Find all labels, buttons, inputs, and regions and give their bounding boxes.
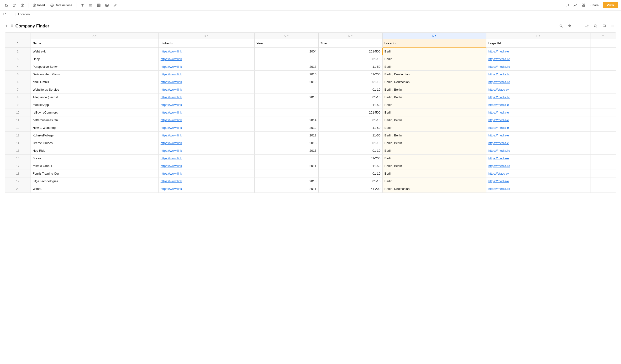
header-name[interactable]: Name <box>31 39 158 48</box>
linkedin-cell[interactable]: https://www.link <box>158 147 254 155</box>
location-cell[interactable]: Berlin <box>382 147 486 155</box>
name-cell[interactable]: mobilet App <box>31 101 158 109</box>
widget-comment-button[interactable] <box>601 23 608 29</box>
size-cell[interactable]: 51-200 <box>318 155 382 162</box>
linkedin-cell[interactable]: https://www.link <box>158 155 254 162</box>
logo-cell[interactable]: https://media-e <box>486 109 590 116</box>
location-cell[interactable]: Berlin, Deutschlan <box>382 78 486 86</box>
linkedin-cell[interactable]: https://www.link <box>158 185 254 193</box>
name-cell[interactable]: betterbusiness Gn <box>31 116 158 124</box>
linkedin-cell[interactable]: https://www.link <box>158 132 254 139</box>
location-cell[interactable]: Berlin, Berlin <box>382 86 486 94</box>
location-cell[interactable]: Berlin, Berlin <box>382 162 486 170</box>
widget-sparkle-button[interactable] <box>566 23 573 29</box>
header-linkedin[interactable]: Linkedin <box>158 39 254 48</box>
name-cell[interactable]: Webtrekk <box>31 48 158 55</box>
header-year[interactable]: Year <box>254 39 318 48</box>
linkedin-cell[interactable]: https://www.link <box>158 94 254 101</box>
location-cell[interactable]: Berlin <box>382 101 486 109</box>
year-cell[interactable] <box>254 155 318 162</box>
size-cell[interactable]: 01-10 <box>318 178 382 185</box>
size-cell[interactable]: 201-500 <box>318 48 382 55</box>
widget-find-button[interactable] <box>592 23 599 29</box>
logo-cell[interactable]: https://media.lic <box>486 78 590 86</box>
text-format-button[interactable] <box>79 2 86 8</box>
size-cell[interactable]: 51-200 <box>318 185 382 193</box>
view-toggle-button[interactable] <box>580 2 587 8</box>
col-header-F[interactable]: F ▾ <box>486 33 590 39</box>
logo-cell[interactable]: https://media-e <box>486 48 590 55</box>
linkedin-cell[interactable]: https://www.link <box>158 109 254 116</box>
location-cell[interactable]: Berlin, Berlin <box>382 116 486 124</box>
size-cell[interactable]: 11-50 <box>318 124 382 132</box>
data-actions-button[interactable]: Data Actions <box>49 2 74 8</box>
year-cell[interactable]: 2018 <box>254 178 318 185</box>
share-button[interactable]: Share <box>588 2 601 8</box>
view-button[interactable]: View <box>603 2 618 8</box>
size-cell[interactable]: 01-10 <box>318 94 382 101</box>
name-cell[interactable]: Fenriz Training Cer <box>31 170 158 178</box>
linkedin-cell[interactable]: https://www.link <box>158 139 254 147</box>
linkedin-cell[interactable]: https://www.link <box>158 48 254 55</box>
name-cell[interactable]: Hey Ride <box>31 147 158 155</box>
size-cell[interactable]: 01-10 <box>318 139 382 147</box>
history-button[interactable] <box>19 2 26 8</box>
linkedin-cell[interactable]: https://www.link <box>158 63 254 71</box>
image-button[interactable] <box>104 2 110 8</box>
linkedin-cell[interactable]: https://www.link <box>158 55 254 63</box>
location-cell[interactable]: Berlin <box>382 109 486 116</box>
location-cell[interactable]: Berlin <box>382 55 486 63</box>
add-col-button[interactable]: + <box>590 33 616 39</box>
name-cell[interactable]: Creme Guides <box>31 139 158 147</box>
logo-cell[interactable]: https://static-ex <box>486 170 590 178</box>
logo-cell[interactable]: https://media-e <box>486 178 590 185</box>
name-cell[interactable]: New E Webshop <box>31 124 158 132</box>
size-cell[interactable]: 11-50 <box>318 132 382 139</box>
linkedin-cell[interactable]: https://www.link <box>158 101 254 109</box>
name-cell[interactable]: Heap <box>31 55 158 63</box>
logo-cell[interactable]: https://media.lic <box>486 185 590 193</box>
widget-filter-button[interactable] <box>575 23 582 29</box>
logo-cell[interactable]: https://media-e <box>486 155 590 162</box>
col-B-dropdown[interactable]: ▾ <box>207 34 208 37</box>
year-cell[interactable]: 2014 <box>254 116 318 124</box>
year-cell[interactable]: 2018 <box>254 94 318 101</box>
logo-cell[interactable]: https://media-e <box>486 101 590 109</box>
linkedin-cell[interactable]: https://www.link <box>158 170 254 178</box>
name-cell[interactable]: Wimdu <box>31 185 158 193</box>
linkedin-cell[interactable]: https://www.link <box>158 78 254 86</box>
year-cell[interactable] <box>254 109 318 116</box>
name-cell[interactable]: Bravo <box>31 155 158 162</box>
widget-drag-button[interactable]: ⠿ <box>10 24 14 28</box>
col-header-B[interactable]: B ▾ <box>158 33 254 39</box>
logo-cell[interactable]: https://media.lic <box>486 162 590 170</box>
year-cell[interactable] <box>254 55 318 63</box>
col-F-dropdown[interactable]: ▾ <box>539 34 540 37</box>
col-header-D[interactable]: D ▾ <box>318 33 382 39</box>
logo-cell[interactable]: https://media-e <box>486 124 590 132</box>
size-cell[interactable]: 201-500 <box>318 109 382 116</box>
widget-search-button[interactable] <box>557 23 565 29</box>
name-cell[interactable]: Allegiance (Techst <box>31 94 158 101</box>
logo-cell[interactable]: https://media-e <box>486 132 590 139</box>
widget-add-button[interactable]: + <box>5 23 8 29</box>
col-header-E[interactable]: E ▾ <box>382 33 486 39</box>
size-cell[interactable]: 01-10 <box>318 55 382 63</box>
year-cell[interactable]: 2013 <box>254 139 318 147</box>
table-button[interactable] <box>95 2 102 8</box>
name-cell[interactable]: KuhnkeKollegen <box>31 132 158 139</box>
name-cell[interactable]: endil GmbH <box>31 78 158 86</box>
name-cell[interactable]: reBuy reCommerc <box>31 109 158 116</box>
linkedin-cell[interactable]: https://www.link <box>158 162 254 170</box>
year-cell[interactable] <box>254 170 318 178</box>
logo-cell[interactable]: https://static-ex <box>486 86 590 94</box>
location-cell[interactable]: Berlin, Deutschlan <box>382 71 486 78</box>
name-cell[interactable]: Website as Service <box>31 86 158 94</box>
year-cell[interactable] <box>254 86 318 94</box>
location-cell[interactable]: Berlin <box>382 170 486 178</box>
header-logo[interactable]: Logo Url <box>486 39 590 48</box>
comment-header-button[interactable] <box>564 2 570 8</box>
name-cell[interactable]: Delivery Hero Germ <box>31 71 158 78</box>
logo-cell[interactable]: https://media-e <box>486 139 590 147</box>
year-cell[interactable]: 2015 <box>254 147 318 155</box>
